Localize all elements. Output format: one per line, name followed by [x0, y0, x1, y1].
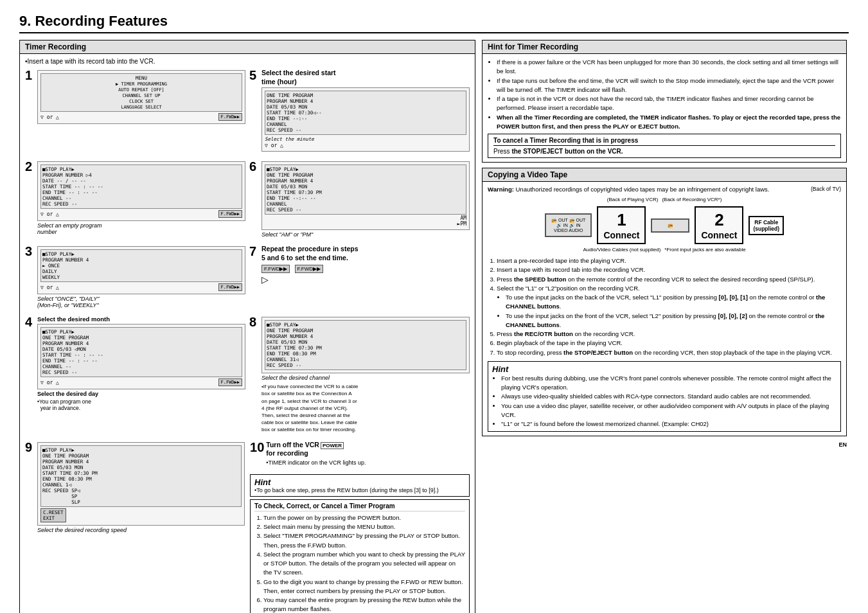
copy-hint-1: For best results during dubbing, use the…: [501, 374, 837, 393]
step-9-num: 9: [25, 441, 35, 613]
step-8-num: 8: [249, 315, 260, 433]
step-3-label: Select "ONCE", "DAILY"(Mon-Fri), or "WEE…: [37, 296, 245, 308]
step-8-note: •If you have connected the VCR to a cabl…: [261, 383, 470, 433]
copy-step-7: To stop recording, press the STOP/EJECT …: [497, 348, 841, 357]
step-4-vcr: ■STOP PLAY▶ ONE TIME PROGRAM PROGRAM NUM…: [37, 324, 245, 389]
step-3-vcr: ■STOP PLAY▶ PROGRAM NUMBER 4 ► ONCE DAIL…: [37, 246, 245, 294]
step-5-heading: Select the desired starttime (hour): [261, 69, 470, 86]
check-step-3: Select "TIMER PROGRAMMING" by pressing t…: [263, 531, 465, 550]
left-column: Timer Recording •Insert a tape with its …: [19, 40, 475, 613]
cancel-timer-text: Press the STOP/EJECT button on the VCR.: [493, 148, 835, 155]
copy-step-4: Select the "L1" or "L2"position on the r…: [497, 284, 841, 330]
hint-bullet-2: If the tape runs out before the end time…: [497, 76, 841, 95]
step-10-content: Turn off the VCRPOWERfor recording •TIME…: [266, 441, 470, 466]
copy-video-section: Copying a Video Tape Warning: Unauthoriz…: [482, 168, 847, 436]
step-1-vcr: MENU ▶ TIMER PROGRAMMINGAUTO REPEAT [OFF…: [37, 70, 245, 124]
connect-diagram-row: 📻 OUT 📻 OUT 🔊 IN 🔊 IN VIDEO AUDIO 1 Conn…: [488, 206, 841, 244]
copy-hint-list: For best results during dubbing, use the…: [492, 374, 837, 429]
step-3-num: 3: [25, 245, 35, 308]
step-2-num: 2: [25, 160, 35, 238]
back-recording-vcr-label: (Back of Recording VCR*): [662, 197, 722, 202]
audio-video-row: Audio/Video Cables (not supplied) *Front…: [488, 247, 841, 253]
steps-9-10: 9 ■STOP PLAY▶ ONE TIME PROGRAM PROGRAM N…: [25, 441, 470, 613]
step-6-vcr: ■STOP PLAY▶ ONE TIME PROGRAM PROGRAM NUM…: [261, 161, 470, 230]
step-9-label: Select the desired recording speed: [37, 527, 245, 533]
cancel-timer-box: To cancel a Timer Recording that is in p…: [488, 134, 841, 158]
hint-bullet-1: If there is a power failure or the VCR h…: [497, 58, 841, 76]
step-7-heading: Repeat the procedure in steps5 and 6 to …: [261, 245, 470, 262]
page-title: 9. Recording Features: [19, 13, 849, 33]
step-6-content: ■STOP PLAY▶ ONE TIME PROGRAM PROGRAM NUM…: [261, 160, 470, 238]
step-4-note: •You can program one year in advance.: [37, 398, 245, 411]
hint-timer-list: If there is a power failure or the VCR h…: [488, 58, 841, 131]
copy-hint-2: Always use video-quality shielded cables…: [501, 392, 837, 401]
step-10-area: 10 Turn off the VCRPOWERfor recording •T…: [250, 441, 470, 613]
step-5-num: 5: [249, 69, 260, 153]
step-5-vcr: ONE TIME PROGRAM PROGRAM NUMBER 4 DATE 0…: [261, 87, 470, 152]
step-1-content: MENU ▶ TIMER PROGRAMMINGAUTO REPEAT [OFF…: [37, 69, 245, 153]
en-label: EN: [482, 441, 847, 448]
copy-warning: Warning: Unauthorized recordings of copy…: [488, 186, 841, 193]
step-2: 2 ■STOP PLAY▶ PROGRAM NUMBER ▷4 DATE -- …: [25, 160, 245, 238]
step-1: 1 MENU ▶ TIMER PROGRAMMINGAUTO REPEAT [O…: [25, 69, 245, 153]
step-8-label: Select the desired channel: [261, 375, 470, 381]
step-9-vcr: ■STOP PLAY▶ ONE TIME PROGRAM PROGRAM NUM…: [37, 442, 245, 526]
step-2-label: Select an empty programnumber: [37, 222, 245, 235]
steps-grid: 1 MENU ▶ TIMER PROGRAMMINGAUTO REPEAT [O…: [25, 69, 470, 437]
timer-recording-title: Timer Recording: [20, 40, 475, 54]
step-8-vcr: ■STOP PLAY▶ ONE TIME PROGRAM PROGRAM NUM…: [261, 317, 470, 373]
rf-cable-box: RF Cable(supplied): [748, 216, 784, 235]
connect-1-label: Connect: [603, 230, 639, 240]
step-4: 4 Select the desired month ■STOP PLAY▶ O…: [25, 315, 245, 433]
step-6-label: Select "AM" or "PM": [261, 231, 470, 238]
copy-hint-box: Hint For best results during dubbing, us…: [488, 361, 841, 432]
connect-1-num: 1: [603, 210, 639, 230]
playing-vcr-box: 📻 OUT 📻 OUT 🔊 IN 🔊 IN VIDEO AUDIO: [545, 213, 592, 237]
copy-step-6: Begin playback of the tape in the playin…: [497, 339, 841, 348]
hint-timer-title: Hint for Timer Recording: [483, 40, 846, 54]
step-10: 10 Turn off the VCRPOWERfor recording •T…: [250, 441, 470, 466]
copy-step-5: Press the REC/OTR button on the recordin…: [497, 330, 841, 339]
step-10-desc: •TIMER indicator on the VCR lights up.: [266, 459, 470, 466]
right-column: Hint for Timer Recording If there is a p…: [482, 40, 847, 613]
copy-video-title: Copying a Video Tape: [483, 168, 846, 182]
front-note: *Front input jacks are also available: [664, 247, 745, 253]
copy-step-4a: To use the input jacks on the back of th…: [506, 293, 841, 312]
step-7-num: 7: [249, 245, 260, 308]
copy-step-1: Insert a pre-recorded tape into the play…: [497, 256, 841, 265]
connect-2-label: Connect: [701, 230, 737, 240]
copy-step-4-bullets: To use the input jacks on the back of th…: [497, 293, 841, 330]
copy-step-4b: To use the input jacks on the front of t…: [506, 312, 841, 330]
copy-step-2: Insert a tape with its record tab into t…: [497, 265, 841, 274]
step-2-content: ■STOP PLAY▶ PROGRAM NUMBER ▷4 DATE -- / …: [37, 160, 245, 238]
recording-vcr-box: 📻: [651, 218, 689, 233]
hint-bullet-1: •To go back one step, press the REW butt…: [254, 487, 465, 493]
cancel-timer-title: To cancel a Timer Recording that is in p…: [493, 137, 835, 146]
copy-hint-title: Hint: [492, 364, 837, 374]
step-1-num: 1: [25, 69, 35, 153]
connect-1-box: 1 Connect: [597, 206, 646, 244]
copy-hint-3: You can use a video disc player, satelli…: [501, 402, 837, 420]
step-5-content: Select the desired starttime (hour) ONE …: [261, 69, 470, 153]
hint-bullet-3: If a tape is not in the VCR or does not …: [497, 94, 841, 113]
step-4-heading: Select the desired month: [37, 315, 245, 323]
check-step-6: You may cancel the entire program by pre…: [263, 596, 465, 613]
step-9: 9 ■STOP PLAY▶ ONE TIME PROGRAM PROGRAM N…: [25, 441, 245, 613]
check-title: To Check, Correct, or Cancel a Timer Pro…: [254, 502, 465, 511]
connect-2-num: 2: [701, 210, 737, 230]
step-8-content: ■STOP PLAY▶ ONE TIME PROGRAM PROGRAM NUM…: [261, 315, 470, 433]
check-step-2: Select main menu by pressing the MENU bu…: [263, 522, 465, 531]
step-4-day-label: Select the desired day: [37, 391, 245, 397]
check-step-5: Go to the digit you want to change by pr…: [263, 578, 465, 596]
hint-timer-recording-section: Hint for Timer Recording If there is a p…: [482, 40, 847, 163]
step-5: 5 Select the desired starttime (hour) ON…: [249, 69, 470, 153]
check-steps-list: Turn the power on by pressing the POWER …: [254, 513, 465, 613]
timer-recording-section: Timer Recording •Insert a tape with its …: [19, 40, 475, 613]
check-correct-cancel-box: To Check, Correct, or Cancel a Timer Pro…: [250, 499, 470, 613]
copy-step-3: Press the SPEED button on the remote con…: [497, 275, 841, 284]
step-7: 7 Repeat the procedure in steps5 and 6 t…: [249, 245, 470, 308]
check-step-1: Turn the power on by pressing the POWER …: [263, 513, 465, 522]
step-10-heading: Turn off the VCRPOWERfor recording: [266, 441, 470, 458]
copy-hint-4: "L1" or "L2" is found before the lowest …: [501, 420, 837, 429]
step-10-num: 10: [250, 441, 264, 466]
